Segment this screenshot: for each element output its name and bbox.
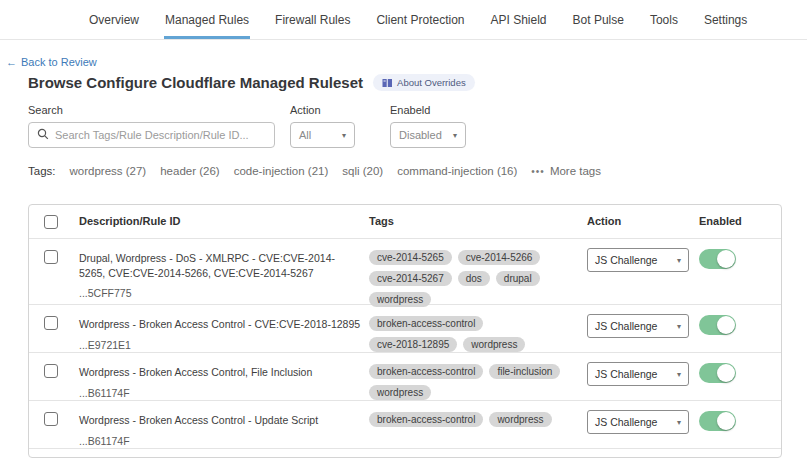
enabled-toggle[interactable] — [699, 315, 736, 335]
rule-tag: cve-2014-5267 — [369, 271, 452, 286]
rule-id: ...5CFF775 — [79, 287, 361, 299]
header-enabled: Enabled — [699, 205, 781, 238]
rule-description: Drupal, Wordpress - DoS - XMLRPC - CVE:C… — [79, 251, 361, 280]
row-checkbox[interactable] — [44, 364, 58, 378]
rule-tag: broken-access-control — [369, 316, 483, 331]
tab-bot-pulse[interactable]: Bot Pulse — [572, 0, 625, 39]
rule-tag: wordpress — [489, 412, 551, 427]
tab-client-protection[interactable]: Client Protection — [375, 0, 465, 39]
rule-description: Wordpress - Broken Access Control - CVE:… — [79, 317, 361, 332]
rules-table: Description/Rule ID Tags Action Enabled … — [28, 204, 782, 458]
enabled-toggle[interactable] — [699, 249, 736, 269]
action-select[interactable]: JS Challenge ▾ — [587, 248, 689, 272]
toggle-knob — [717, 412, 735, 430]
header-description: Description/Rule ID — [79, 205, 369, 238]
search-input[interactable] — [55, 129, 266, 141]
toggle-knob — [717, 364, 735, 382]
enabled-filter-label: Enabeld — [390, 104, 466, 116]
chevron-down-icon: ▾ — [677, 256, 681, 265]
row-checkbox[interactable] — [44, 316, 58, 330]
action-select-value: JS Challenge — [595, 416, 657, 428]
tag-filter-code-injection[interactable]: code-injection (21) — [234, 165, 329, 177]
tag-filter-sqli[interactable]: sqli (20) — [342, 165, 383, 177]
enabled-toggle[interactable] — [699, 363, 736, 383]
enabled-toggle[interactable] — [699, 411, 736, 431]
tag-filter-header[interactable]: header (26) — [160, 165, 219, 177]
tab-firewall-rules[interactable]: Firewall Rules — [274, 0, 351, 39]
rule-tag: cve-2014-5266 — [458, 250, 541, 265]
header-tags: Tags — [369, 205, 587, 238]
enabled-filter-value: Disabled — [399, 129, 442, 141]
tab-overview[interactable]: Overview — [88, 0, 140, 39]
table-row-partial — [29, 448, 781, 457]
chevron-down-icon: ▾ — [677, 418, 681, 427]
rule-tag: cve-2014-5265 — [369, 250, 452, 265]
enabled-filter-select[interactable]: Disabled ▾ — [390, 122, 466, 148]
back-to-review-link[interactable]: ←Back to Review — [6, 56, 97, 68]
top-nav: Overview Managed Rules Firewall Rules Cl… — [0, 0, 807, 40]
search-icon — [37, 126, 55, 144]
action-filter-select[interactable]: All ▾ — [290, 122, 355, 148]
rule-tag: drupal — [496, 271, 540, 286]
ellipsis-icon: ••• — [531, 166, 545, 177]
table-row: Wordpress - Broken Access Control - Upda… — [29, 400, 781, 448]
action-filter-value: All — [299, 129, 311, 141]
tab-api-shield[interactable]: API Shield — [489, 0, 547, 39]
action-select-value: JS Challenge — [595, 368, 657, 380]
about-overrides-badge[interactable]: About Overrides — [373, 74, 475, 91]
tags-bar-label: Tags: — [28, 165, 56, 177]
tags-bar: Tags: wordpress (27) header (26) code-in… — [28, 165, 782, 177]
chevron-down-icon: ▾ — [342, 131, 346, 140]
rule-description: Wordpress - Broken Access Control, File … — [79, 365, 361, 380]
tab-settings[interactable]: Settings — [703, 0, 748, 39]
rule-tag: dos — [458, 271, 490, 286]
action-select[interactable]: JS Challenge ▾ — [587, 410, 689, 434]
more-tags-label: More tags — [550, 165, 601, 177]
back-link-label: Back to Review — [21, 56, 97, 68]
row-checkbox[interactable] — [44, 250, 58, 264]
table-header-row: Description/Rule ID Tags Action Enabled — [29, 205, 781, 238]
rule-id: ...B61174F — [79, 387, 361, 399]
action-filter-label: Action — [290, 104, 355, 116]
table-row: Wordpress - Broken Access Control, File … — [29, 352, 781, 400]
table-row: Drupal, Wordpress - DoS - XMLRPC - CVE:C… — [29, 238, 781, 304]
toggle-knob — [717, 316, 735, 334]
toggle-knob — [717, 250, 735, 268]
chevron-down-icon: ▾ — [677, 370, 681, 379]
tag-filter-wordpress[interactable]: wordpress (27) — [70, 165, 147, 177]
page-title: Browse Configure Cloudflare Managed Rule… — [28, 74, 363, 91]
rule-tag: broken-access-control — [369, 364, 483, 379]
tag-filter-command-injection[interactable]: command-injection (16) — [397, 165, 517, 177]
chevron-down-icon: ▾ — [677, 322, 681, 331]
rule-description: Wordpress - Broken Access Control - Upda… — [79, 413, 361, 428]
action-select-value: JS Challenge — [595, 254, 657, 266]
select-all-checkbox[interactable] — [44, 215, 58, 229]
rule-tag: broken-access-control — [369, 412, 483, 427]
rule-tag: wordpress — [463, 337, 525, 352]
rule-id: ...E9721E1 — [79, 339, 361, 351]
rule-tag: wordpress — [369, 385, 431, 400]
more-tags-link[interactable]: ••• More tags — [531, 165, 601, 177]
rule-tag: cve-2018-12895 — [369, 337, 457, 352]
book-icon — [382, 78, 393, 88]
rule-id: ...B61174F — [79, 435, 361, 447]
action-select[interactable]: JS Challenge ▾ — [587, 314, 689, 338]
back-arrow-icon: ← — [6, 56, 17, 68]
tab-managed-rules[interactable]: Managed Rules — [164, 0, 250, 39]
search-box[interactable] — [28, 122, 275, 148]
table-row: Wordpress - Broken Access Control - CVE:… — [29, 304, 781, 352]
tab-tools[interactable]: Tools — [649, 0, 679, 39]
row-checkbox[interactable] — [44, 412, 58, 426]
rule-tag: file-inclusion — [489, 364, 560, 379]
about-overrides-label: About Overrides — [397, 77, 466, 88]
action-select-value: JS Challenge — [595, 320, 657, 332]
chevron-down-icon: ▾ — [453, 131, 457, 140]
header-action: Action — [587, 205, 699, 238]
action-select[interactable]: JS Challenge ▾ — [587, 362, 689, 386]
search-label: Search — [28, 104, 275, 116]
